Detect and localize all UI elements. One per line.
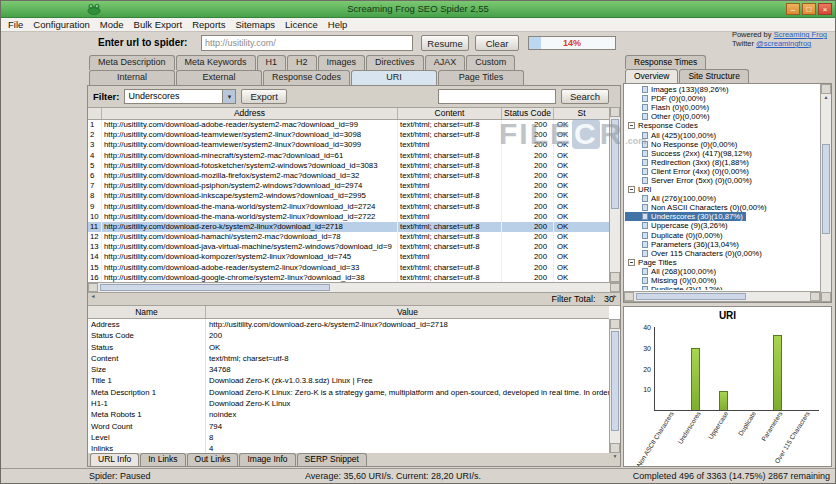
details-row[interactable]: Size 34768 [88,364,609,375]
chevron-down-icon[interactable] [222,90,235,103]
column-header[interactable]: Address [102,108,398,119]
table-row[interactable]: 9 http://usitility.com/download-the-mana… [88,202,609,212]
details-column-value[interactable]: Value [206,306,609,318]
menu-item[interactable]: Help [323,18,353,31]
details-row[interactable]: Inlinks 4 [88,443,609,453]
tab[interactable]: Page Titles [438,70,524,85]
scroll-right-arrow-icon[interactable] [810,292,820,301]
export-button[interactable]: Export [241,89,286,104]
titlebar[interactable]: Screaming Frog SEO Spider 2,55 – □ × [1,1,835,18]
bottom-tab[interactable]: Image Info [239,453,295,466]
menu-item[interactable]: Reports [187,18,230,31]
column-header[interactable]: Status Code [502,108,554,119]
scroll-up-arrow-icon[interactable] [610,107,620,117]
table-row[interactable]: 2 http://usitility.com/download-teamview… [88,130,609,140]
tab[interactable]: Custom [466,55,515,70]
scrollbar-thumb[interactable] [100,284,330,291]
maximize-button[interactable]: □ [802,3,816,15]
scrollbar-thumb[interactable] [636,293,746,300]
tree-item[interactable]: Response Codes [625,121,701,130]
menu-item[interactable]: Sitemaps [230,18,280,31]
menu-item[interactable]: Configuration [28,18,95,31]
tree-item[interactable]: All (268)(100,00%) [625,267,719,276]
scrollbar-thumb[interactable] [611,119,619,209]
minimize-button[interactable]: – [786,3,800,15]
details-row[interactable]: Meta Description 1 Download Zero-K Linux… [88,387,609,398]
table-row[interactable]: 14 http://usitility.com/download-kompoze… [88,252,609,262]
tree-item[interactable]: All (425)(100,00%) [625,130,719,139]
details-vertical-scrollbar[interactable] [609,319,620,453]
tab-response-times[interactable]: Response Times [625,55,706,69]
close-button[interactable]: × [818,3,832,15]
scroll-left-arrow-icon[interactable] [624,292,634,301]
scroll-up-arrow-icon[interactable] [821,84,831,94]
table-row[interactable]: 1 http://usitility.com/download-adobe-re… [88,120,609,130]
bottom-tab[interactable]: In Links [140,453,185,466]
tree-item[interactable]: Uppercase (9)(3,26%) [625,221,731,230]
url-input[interactable] [201,35,413,51]
scrollbar-thumb[interactable] [822,144,830,234]
tree-item[interactable]: Images (133)(89,26%) [625,85,732,94]
scroll-right-arrow-icon[interactable] [610,283,620,292]
tree-item[interactable]: Success (2xx) (417)(98,12%) [625,149,755,158]
tree-item[interactable]: Flash (0)(0,00%) [625,103,712,112]
screaming-frog-link[interactable]: Screaming Frog [774,30,827,39]
scroll-down-arrow-icon[interactable] [610,272,620,282]
tree-item[interactable]: PDF (0)(0,00%) [625,94,709,103]
menu-item[interactable]: File [3,18,28,31]
tab[interactable]: Directives [366,55,424,70]
tab[interactable]: Internal [89,70,175,85]
tree-horizontal-scrollbar[interactable] [624,291,820,302]
search-input[interactable] [438,89,556,104]
table-row[interactable]: 8 http://usitility.com/download-inkscape… [88,191,609,201]
tree-item[interactable]: Redirection (3xx) (8)(1,88%) [625,158,752,167]
scroll-down-arrow-icon[interactable] [821,292,831,302]
table-row[interactable]: 4 http://usitility.com/download-minecraf… [88,151,609,161]
tab[interactable]: URI [351,70,437,85]
tree-vertical-scrollbar[interactable] [820,84,831,302]
tree-collapse-icon[interactable] [628,186,635,193]
tree-item[interactable]: Page Titles [625,258,680,267]
tree-item[interactable]: Over 115 Characters (0)(0,00%) [625,249,765,258]
table-row[interactable]: 5 http://usitility.com/download-fotosket… [88,161,609,171]
bottom-tab[interactable]: URL Info [90,453,139,466]
tab[interactable]: Meta Description [89,55,175,70]
details-row[interactable]: Title 1 Download Zero-K (zk-v1.0.3.8.sdz… [88,375,609,386]
details-row[interactable]: Content text/html; charset=utf-8 [88,353,609,364]
tree-collapse-icon[interactable] [628,122,635,129]
tab[interactable]: Response Codes [263,70,350,85]
menu-item[interactable]: Licence [280,18,323,31]
tree-item[interactable]: Non ASCII Characters (0)(0,00%) [625,203,770,212]
scroll-down-arrow-icon[interactable] [610,443,620,453]
details-row[interactable]: Level 8 [88,432,609,443]
sidebar-tab[interactable]: Site Structure [679,69,749,83]
tree-item[interactable]: All (276)(100,00%) [625,194,719,203]
details-row[interactable]: Word Count 794 [88,421,609,432]
menu-item[interactable]: Mode [95,18,129,31]
tree-item[interactable]: URI [625,185,654,194]
scrollbar-thumb[interactable] [611,331,619,431]
column-header[interactable]: Content [398,108,502,119]
tree-item[interactable]: No Response (0)(0,00%) [625,140,740,149]
tree-item[interactable]: Missing (0)(0,00%) [625,276,719,285]
details-row[interactable]: H1-1 Download Zero-K Linux [88,398,609,409]
twitter-link[interactable]: @screamingfrog [756,39,811,48]
column-header[interactable]: St [554,108,609,119]
table-row[interactable]: 3 http://usitility.com/download-teamview… [88,140,609,150]
details-row[interactable]: Address http://usitility.com/download-ze… [88,319,609,330]
tab[interactable]: Images [318,55,366,70]
tree-item[interactable]: Parameters (36)(13,04%) [625,240,742,249]
tree-item[interactable]: Duplicate (3)(1,12%) [625,285,726,290]
table-row[interactable]: 7 http://usitility.com/download-psiphon/… [88,181,609,191]
details-column-name[interactable]: Name [88,306,206,318]
tree-item[interactable]: Duplicate (0)(0,00%) [625,231,726,240]
tab[interactable]: H1 [257,55,287,70]
bottom-tab[interactable]: SERP Snippet [297,453,367,466]
table-vertical-scrollbar[interactable] [609,107,620,282]
bottom-tab[interactable]: Out Links [187,453,239,466]
details-row[interactable]: Status Code 200 [88,330,609,341]
scroll-left-arrow-icon[interactable] [88,283,98,292]
table-row[interactable]: 11 http://usitility.com/download-zero-k/… [88,222,609,232]
sidebar-tab[interactable]: Overview [625,69,678,83]
details-row[interactable]: Status OK [88,342,609,353]
